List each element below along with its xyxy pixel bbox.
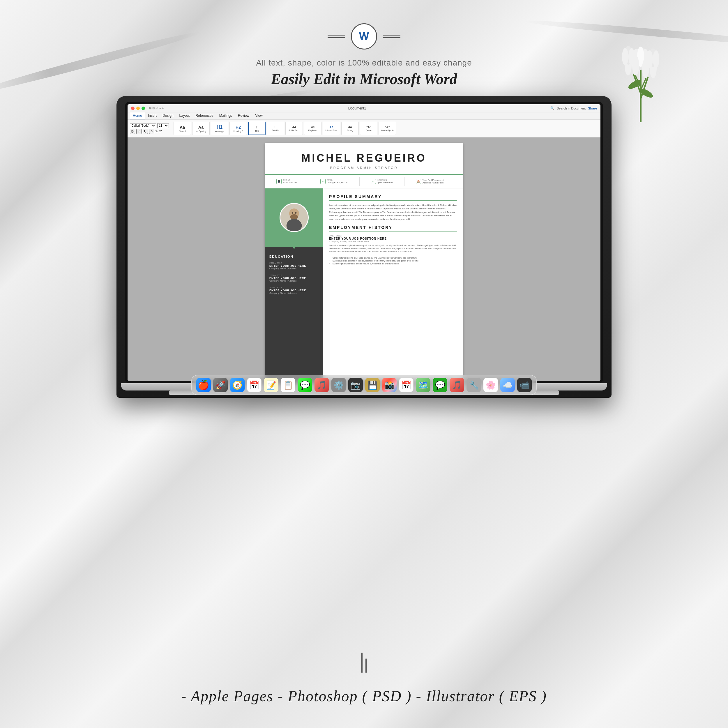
italic-button[interactable]: I [136,129,142,134]
main-tagline: Easily Edit in Microsoft Word [271,70,457,88]
bullet-1: Consectetur adipiscing elit. Fusce gravi… [333,257,457,259]
style-heading1[interactable]: H1 Heading 1 [211,122,228,135]
dock-camera[interactable]: 📷 [348,378,363,392]
close-button[interactable] [131,107,135,110]
ribbon-content: Calibri (Body) 11 B I U S x₂ x² [127,120,601,137]
dock-reminders[interactable]: 📋 [281,378,295,392]
tab-design[interactable]: Design [159,112,176,119]
tab-home[interactable]: Home [130,112,145,119]
email-icon: ✉ [320,179,326,184]
subscript-button[interactable]: x₂ [156,130,158,133]
contact-phone: 📱 PHONE +123 456 789 [276,179,297,184]
profile-summary-title: PROFILE SUMMARY [329,194,457,200]
underline-button[interactable]: U [143,129,148,134]
laptop-screen-bezel: ⊞ ⊟ ↩ ↪ ✏ Document1 🔍 Search in Document… [125,102,603,383]
dock-messages[interactable]: 💬 [298,378,312,392]
word-line-3 [383,35,401,35]
style-quote[interactable]: "A" Quote [360,122,378,135]
bullet-list: Consectetur adipiscing elit. Fusce gravi… [329,257,457,265]
maximize-button[interactable] [142,107,145,110]
bottom-section: - Apple Pages - Photoshop ( PSD ) - Illu… [0,597,728,728]
edu-company-2: Company Name | Address [269,280,319,282]
style-intense-emp[interactable]: Aa Intense Emp. [323,122,340,135]
tab-view[interactable]: View [252,112,266,119]
dock-icloud[interactable]: ☁️ [500,378,515,392]
spacing-bar-left [361,653,362,673]
minimize-button[interactable] [136,107,140,110]
word-line-4 [383,37,401,38]
style-subtitle[interactable]: S Subtitle [267,122,284,135]
dock-safari[interactable]: 🧭 [230,378,245,392]
word-line-2 [327,37,345,38]
superscript-button[interactable]: x² [159,130,162,133]
tab-review[interactable]: Review [235,112,252,119]
style-intense-quote[interactable]: "A" Intense Quote [379,122,396,135]
edu-item-3: 2010 - 2012 ENTER YOUR JOB HERE Company … [269,286,319,294]
dock-area: 🍎 🚀 🧭 📅 📝 📋 💬 🎵 ⚙️ 📷 💾 📸 📅 🗺️ 💬 🎵 🔧 🌸 ☁ [125,375,603,395]
style-subtle-em[interactable]: Aa Subtle Em... [285,122,303,135]
word-ui: ⊞ ⊟ ↩ ↪ ✏ Document1 🔍 Search in Document… [127,104,601,381]
resume-body: ▼ EDUCATION 2010 - 2012 ENTER YOUR JOB H… [265,188,463,381]
style-title[interactable]: T Title [248,122,266,135]
ribbon-tabs: Home Insert Design Layout References Mai… [127,112,601,120]
style-strong[interactable]: Aa Strong [341,122,359,135]
dock-settings[interactable]: ⚙️ [331,378,346,392]
email-value: User@example.com [327,181,348,184]
sidebar-education: EDUCATION 2010 - 2012 ENTER YOUR JOB HER… [265,251,323,303]
dock-tools[interactable]: 🔧 [466,378,481,392]
dock-video[interactable]: 📹 [517,378,532,392]
edu-company-1: Company Name | Address [269,267,319,270]
style-normal[interactable]: Aa Normal [174,122,191,135]
search-in-document[interactable]: Search in Document [557,107,586,110]
tab-mailings[interactable]: Mailings [216,112,235,119]
font-selector[interactable]: Calibri (Body) [130,123,156,128]
resume-name: MICHEL REGUEIRO [274,152,454,164]
word-letter: W [359,30,369,43]
dock-notes[interactable]: 📝 [264,378,278,392]
font-size-selector[interactable]: 11 [157,123,169,128]
tab-references[interactable]: References [193,112,216,119]
dock-maps[interactable]: 🗺️ [416,378,430,392]
linkedin-icon: in [371,179,376,184]
edu-years-3: 2010 - 2012 [269,286,319,289]
share-button[interactable]: Share [588,107,597,110]
style-emphasis[interactable]: Aa Emphasis [304,122,321,135]
dock-calendar[interactable]: 📅 [247,378,262,392]
dock: 🍎 🚀 🧭 📅 📝 📋 💬 🎵 ⚙️ 📷 💾 📸 📅 🗺️ 💬 🎵 🔧 🌸 ☁ [191,375,537,395]
dock-calendar-2[interactable]: 📅 [399,378,413,392]
laptop-section: ⊞ ⊟ ↩ ↪ ✏ Document1 🔍 Search in Document… [116,96,612,398]
emp-position-1: ENTER YOUR JOB POSITION HERE [329,237,457,240]
dock-launchpad[interactable]: 🚀 [213,378,228,392]
strikethrough-button[interactable]: S [149,129,154,134]
resume-title: PROGRAM ADMINISTRATOR [274,166,454,170]
dock-photos-2[interactable]: 🌸 [483,378,498,392]
phone-icon: 📱 [276,179,281,184]
dock-itunes[interactable]: 🎵 [450,378,464,392]
email-label: EMAIL [327,179,348,181]
document-title: Document1 [348,106,366,110]
dock-finder[interactable]: 🍎 [196,378,211,392]
toolbar-icons: ⊞ ⊟ ↩ ↪ ✏ [149,107,164,110]
top-section: W All text, shape, color is 100% editabl… [0,0,728,93]
style-no-spacing[interactable]: Aa No Spacing [192,122,210,135]
dock-files[interactable]: 💾 [365,378,380,392]
bottom-text: - Apple Pages - Photoshop ( PSD ) - Illu… [181,688,547,705]
sidebar-arrow: ▼ [265,245,323,251]
spacing-icon-group [361,653,367,673]
svg-point-28 [295,212,297,214]
word-ribbon: Home Insert Design Layout References Mai… [127,112,601,138]
bullet-3: Nullam eget ligula mattis, efficitur mau… [333,263,457,265]
contact-linkedin: in LinkedIn /yourusername [371,179,393,184]
education-title: EDUCATION [269,255,319,258]
dock-music[interactable]: 🎵 [315,378,329,392]
dock-photos[interactable]: 📸 [382,378,397,392]
bullet-2: Duis lacus risus, egestas in velit ac, l… [333,260,457,262]
dock-facetime[interactable]: 💬 [433,378,447,392]
tab-layout[interactable]: Layout [176,112,193,119]
contact-bar: 📱 PHONE +123 456 789 ✉ [265,175,463,188]
home-icon: 🏠 [416,179,421,184]
emp-years-1: 2010 - 2012 [329,234,457,237]
style-heading2[interactable]: H2 Heading 2 [229,122,247,135]
tab-insert[interactable]: Insert [145,112,159,119]
bold-button[interactable]: B [130,129,135,134]
